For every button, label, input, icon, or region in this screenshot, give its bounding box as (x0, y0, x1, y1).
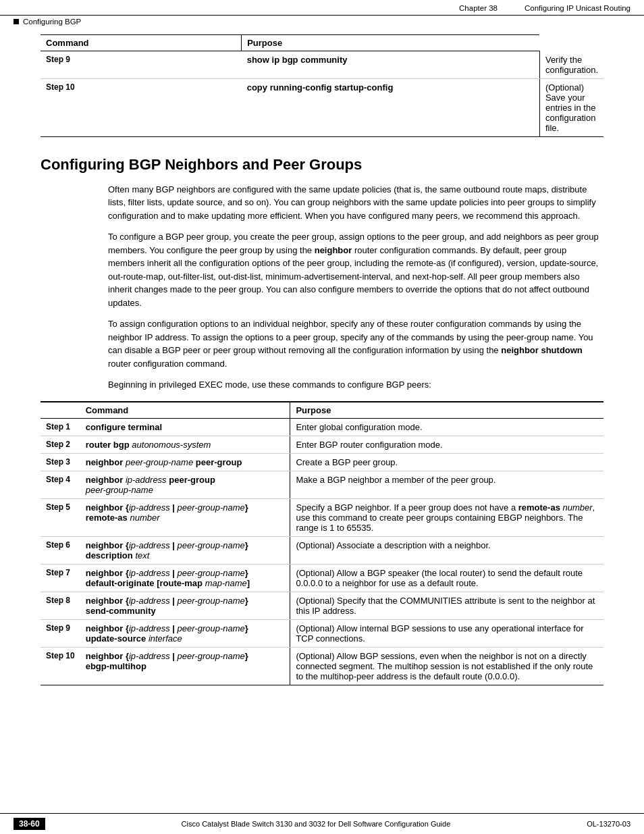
top-table: Command Purpose Step 9 show ip bgp commu… (41, 34, 603, 137)
paragraph-4: Beginning in privileged EXEC mode, use t… (108, 378, 603, 392)
main-purpose-3: Create a BGP peer group. (290, 453, 603, 471)
footer-ol-number: OL-13270-03 (587, 820, 630, 828)
footer-doc-title: Cisco Catalyst Blade Switch 3130 and 303… (45, 820, 587, 828)
table-row: Step 8 neighbor {ip-address | peer-group… (41, 592, 603, 619)
section-title: Configuring BGP Neighbors and Peer Group… (41, 156, 603, 174)
step-label: Step 9 (46, 51, 76, 64)
top-table-purpose-9: Verify the configuration. (539, 51, 603, 79)
main-cmd-6: neighbor {ip-address | peer-group-name}d… (80, 536, 290, 564)
main-purpose-8: (Optional) Specify that the COMMUNITIES … (290, 592, 603, 619)
main-cmd-7: neighbor {ip-address | peer-group-name}d… (80, 564, 290, 592)
main-purpose-6: (Optional) Associate a description with … (290, 536, 603, 564)
main-cmd-5: neighbor {ip-address | peer-group-name}r… (80, 498, 290, 536)
main-purpose-10: (Optional) Allow BGP sessions, even when… (290, 647, 603, 685)
step-label: Step 10 (46, 79, 80, 92)
top-table-purpose-10: (Optional) Save your entries in the conf… (539, 78, 603, 136)
table-row: Step 5 neighbor {ip-address | peer-group… (41, 498, 603, 536)
table-row: Step 1 configure terminal Enter global c… (41, 418, 603, 436)
main-cmd-3: neighbor peer-group-name peer-group (80, 453, 290, 471)
chapter-label: Chapter 38 (459, 4, 498, 12)
main-purpose-4: Make a BGP neighbor a member of the peer… (290, 471, 603, 498)
table-row: Step 3 neighbor peer-group-name peer-gro… (41, 453, 603, 471)
main-cmd-10: neighbor {ip-address | peer-group-name}e… (80, 647, 290, 685)
subheader-bar: Configuring BGP (0, 16, 644, 28)
chapter-title: Configuring IP Unicast Routing (525, 4, 630, 12)
table-row: Step 4 neighbor ip-address peer-grouppee… (41, 471, 603, 498)
page: Chapter 38 Configuring IP Unicast Routin… (0, 0, 644, 834)
main-purpose-1: Enter global configuration mode. (290, 418, 603, 436)
footer: 38-60 Cisco Catalyst Blade Switch 3130 a… (0, 813, 644, 834)
main-cmd-9: neighbor {ip-address | peer-group-name}u… (80, 619, 290, 647)
main-table: Command Purpose Step 1 configure termina… (41, 401, 603, 685)
table-row: Step 9 show ip bgp community Verify the … (41, 51, 603, 79)
paragraph-2: To configure a BGP peer group, you creat… (108, 230, 603, 309)
main-table-command-header: Command (80, 402, 290, 419)
top-table-cmd-10: copy running-config startup-config (242, 78, 540, 136)
paragraph-3: To assign configuration options to an in… (108, 317, 603, 370)
top-table-command-header: Command (41, 35, 242, 51)
top-table-purpose-header: Purpose (242, 35, 540, 51)
table-row: Step 6 neighbor {ip-address | peer-group… (41, 536, 603, 564)
table-row: Step 10 copy running-config startup-conf… (41, 78, 603, 136)
header-bar: Chapter 38 Configuring IP Unicast Routin… (0, 0, 644, 16)
main-purpose-7: (Optional) Allow a BGP speaker (the loca… (290, 564, 603, 592)
main-cmd-1: configure terminal (80, 418, 290, 436)
content-area: Command Purpose Step 9 show ip bgp commu… (0, 28, 644, 699)
subheader-left: Configuring BGP (14, 18, 81, 26)
main-purpose-9: (Optional) Allow internal BGP sessions t… (290, 619, 603, 647)
paragraph-1: Often many BGP neighbors are configured … (108, 183, 603, 223)
top-table-cmd-9: show ip bgp community (242, 51, 540, 79)
subsection-label: Configuring BGP (23, 18, 81, 26)
main-purpose-5: Specify a BGP neighbor. If a peer group … (290, 498, 603, 536)
main-cmd-2: router bgp autonomous-system (80, 436, 290, 453)
main-cmd-4: neighbor ip-address peer-grouppeer-group… (80, 471, 290, 498)
main-cmd-8: neighbor {ip-address | peer-group-name}s… (80, 592, 290, 619)
table-row: Step 10 neighbor {ip-address | peer-grou… (41, 647, 603, 685)
main-table-purpose-header: Purpose (290, 402, 603, 419)
bullet-icon (14, 19, 19, 24)
table-row: Step 2 router bgp autonomous-system Ente… (41, 436, 603, 453)
table-row: Step 9 neighbor {ip-address | peer-group… (41, 619, 603, 647)
table-row: Step 7 neighbor {ip-address | peer-group… (41, 564, 603, 592)
main-purpose-2: Enter BGP router configuration mode. (290, 436, 603, 453)
header-right: Chapter 38 Configuring IP Unicast Routin… (459, 4, 630, 12)
page-number: 38-60 (14, 818, 45, 830)
